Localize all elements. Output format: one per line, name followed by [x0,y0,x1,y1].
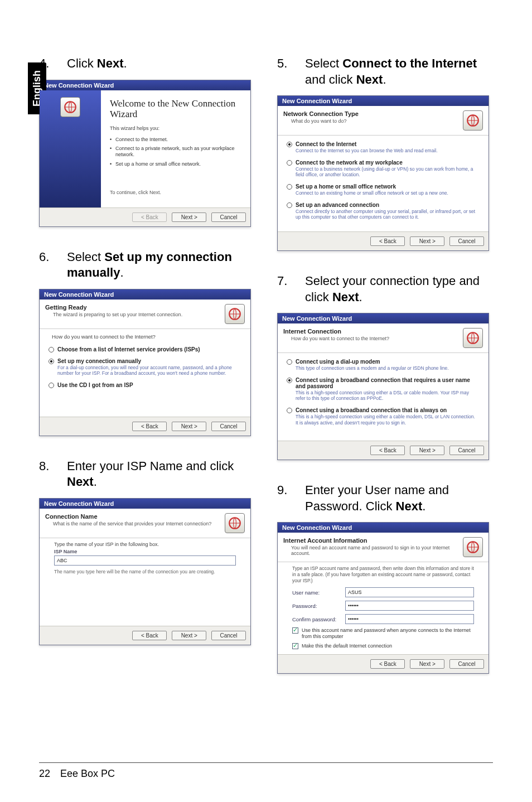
radio-icon [287,142,292,147]
wizard-subtext: This wizard helps you: [110,125,241,131]
back-button[interactable]: < Back [132,422,167,431]
cancel-button[interactable]: Cancel [449,659,484,669]
wizard-screenshot: New Connection Wizard Connection Name Wh… [39,498,251,645]
step-instruction: Enter your ISP Name and click Next. [67,458,255,490]
step-instruction: Select Set up my connection manually. [67,249,255,281]
window-title: New Connection Wizard [278,96,489,106]
radio-option[interactable]: Choose from a list of Internet service p… [57,346,238,352]
footer-rule [39,762,493,763]
back-button[interactable]: < Back [370,446,405,455]
back-button[interactable]: < Back [370,659,405,669]
text-bold: Next [97,56,124,70]
next-button[interactable]: Next > [410,236,444,246]
hint-text: The name you type here will be the name … [40,567,250,574]
cancel-button[interactable]: Cancel [449,446,484,455]
wizard-screenshot: New Connection Wizard Network Connection… [277,95,489,251]
option-title: Connect using a broadband connection tha… [296,377,476,389]
option-desc: Connect to an existing home or small off… [296,190,476,196]
option-desc: Connect to the Internet so you can brows… [296,148,476,154]
radio-icon [287,408,292,413]
continue-text: To continue, click Next. [110,190,241,195]
option-title: Connect using a dial-up modem [296,359,476,365]
radio-option[interactable]: Connect to the Internet Connect to the I… [296,141,476,154]
confirm-password-label: Confirm password: [292,616,345,622]
text: . [383,73,386,86]
header-sub: How do you want to connect to the Intern… [291,336,463,341]
password-label: Password: [292,603,345,609]
step-number: 5. [277,56,294,88]
back-button[interactable]: < Back [132,631,167,640]
isp-name-label: ISP Name [40,548,250,554]
radio-option[interactable]: Use the CD I got from an ISP [57,382,238,388]
next-button[interactable]: Next > [410,446,444,455]
header-sub: The wizard is preparing to set up your I… [53,312,225,317]
back-button[interactable]: < Back [132,212,167,222]
text: . [123,56,127,70]
step-number: 8. [39,458,56,490]
step-instruction: Click Next. [67,56,255,72]
next-button[interactable]: Next > [172,631,206,640]
next-button[interactable]: Next > [172,422,206,431]
bullet-item: Connect to the Internet. [110,137,241,143]
window-title: New Connection Wizard [278,523,489,533]
radio-option[interactable]: Connect using a broadband connection tha… [296,407,476,426]
text: Select [67,250,104,264]
username-input[interactable]: ASUS [345,587,474,597]
step-4: 4. Click Next. New Connection Wizard [39,56,255,227]
step-number: 7. [277,273,294,305]
radio-option[interactable]: Connect using a dial-up modem This type … [296,359,476,371]
option-desc: This is a high-speed connection using ei… [296,414,476,426]
text: . [422,499,425,513]
isp-name-input[interactable]: ABC [54,555,236,566]
header-title: Getting Ready [45,304,225,311]
wizard-screenshot: New Connection Wizard Internet Connectio… [277,313,489,460]
connection-icon [225,513,245,533]
step-instruction: Select your connection type and click Ne… [305,273,493,305]
radio-icon [49,347,54,352]
step-number: 6. [39,249,56,281]
radio-option[interactable]: Set up my connection manually For a dial… [57,358,238,376]
option-title: Choose from a list of Internet service p… [57,346,238,352]
checkbox[interactable] [292,627,298,634]
text: Select [305,56,342,70]
next-button[interactable]: Next > [172,212,206,222]
bullet-item: Connect to a private network, such as yo… [110,146,241,158]
prompt-text: How do you want to connect to the Intern… [40,329,250,341]
connection-icon [463,110,483,131]
username-label: User name: [292,590,345,596]
text: . [120,265,123,279]
cancel-button[interactable]: Cancel [211,422,246,431]
cancel-button[interactable]: Cancel [449,236,484,246]
step-5: 5. Select Connect to the Internet and cl… [277,56,493,251]
radio-icon [287,202,292,208]
back-button[interactable]: < Back [370,236,405,246]
option-title: Connect using a broadband connection tha… [296,407,476,413]
option-desc: For a dial-up connection, you will need … [57,365,238,376]
text-bold: Next [332,290,359,304]
field-label: Type the name of your ISP in the followi… [40,538,250,548]
wizard-screenshot: New Connection Wizard Internet Account I… [277,522,489,673]
bullet-item: Set up a home or small office network. [110,161,241,167]
text-bold: Next [396,499,423,513]
radio-icon [49,359,54,364]
radio-option[interactable]: Set up an advanced connection Connect di… [296,202,476,220]
connection-icon [463,537,483,557]
option-title: Set up a home or small office network [296,183,476,190]
window-title: New Connection Wizard [278,313,489,323]
radio-option[interactable]: Connect using a broadband connection tha… [296,377,476,402]
page-number: 22 [39,768,50,780]
step-number: 9. [277,482,294,514]
cancel-button[interactable]: Cancel [211,212,246,222]
cancel-button[interactable]: Cancel [211,631,246,640]
radio-option[interactable]: Set up a home or small office network Co… [296,183,476,196]
wizard-screenshot: New Connection Wizard Welcome to the New… [39,80,251,227]
step-8: 8. Enter your ISP Name and click Next. N… [39,458,255,645]
header-title: Connection Name [45,513,225,520]
confirm-password-input[interactable]: •••••• [345,614,474,624]
text: Enter your ISP Name and click [67,459,234,473]
checkbox[interactable] [292,643,298,649]
password-input[interactable]: •••••• [345,601,474,611]
radio-option[interactable]: Connect to the network at my workplace C… [296,160,476,178]
text: . [94,475,97,489]
next-button[interactable]: Next > [410,659,444,669]
